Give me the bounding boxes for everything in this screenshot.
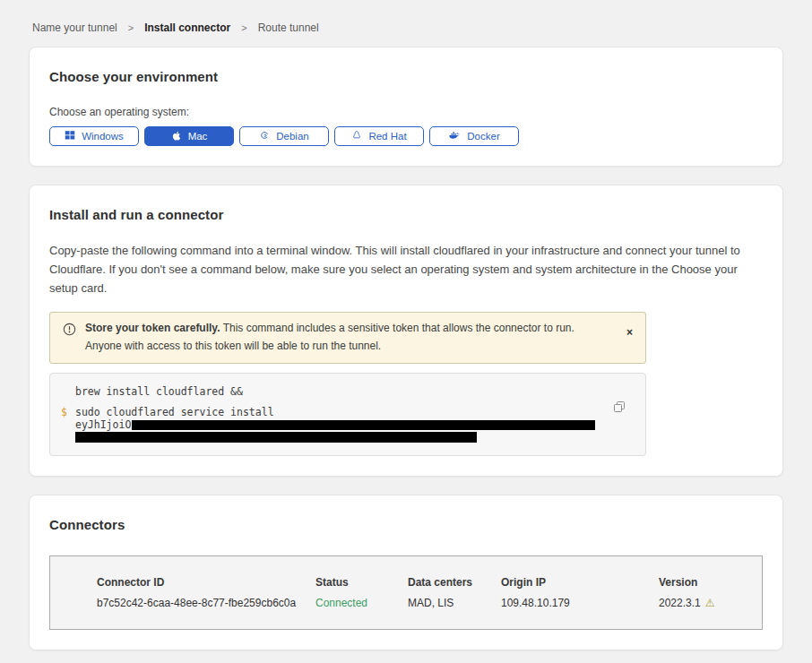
code-line-token bbox=[50, 431, 645, 443]
connectors-card: Connectors Connector ID Status Data cent… bbox=[29, 495, 783, 650]
connectors-table: Connector ID Status Data centers Origin … bbox=[49, 555, 763, 630]
os-button-docker[interactable]: Docker bbox=[429, 126, 519, 146]
copy-icon[interactable] bbox=[613, 400, 626, 413]
code-line: brew install cloudflared && bbox=[50, 384, 645, 400]
os-button-windows[interactable]: Windows bbox=[49, 126, 139, 146]
col-header-connector-id: Connector ID bbox=[97, 576, 315, 589]
install-card: Install and run a connector Copy-paste t… bbox=[29, 185, 783, 477]
os-button-label: Docker bbox=[467, 131, 499, 142]
environment-card: Choose your environment Choose an operat… bbox=[29, 47, 783, 167]
os-button-debian[interactable]: Debian bbox=[239, 126, 329, 146]
os-button-mac[interactable]: Mac bbox=[144, 126, 234, 146]
version-value: 2022.3.1 ⚠ bbox=[659, 597, 747, 609]
breadcrumb-item-install-connector[interactable]: Install connector bbox=[144, 22, 230, 34]
redaction-bar bbox=[132, 420, 595, 430]
warning-bold-text: Store your token carefully. bbox=[85, 322, 220, 334]
os-button-label: Debian bbox=[276, 131, 308, 142]
breadcrumb-item-name-your-tunnel[interactable]: Name your tunnel bbox=[32, 22, 117, 34]
warning-triangle-icon: ⚠ bbox=[705, 598, 715, 608]
warning-text: Store your token carefully. This command… bbox=[85, 320, 612, 354]
col-header-version: Version bbox=[659, 576, 747, 589]
token-prefix: eyJhIjoiO bbox=[75, 419, 131, 431]
install-card-title: Install and run a connector bbox=[49, 207, 763, 222]
install-description: Copy-paste the following command into a … bbox=[49, 242, 763, 297]
close-icon[interactable]: × bbox=[621, 320, 635, 338]
code-line-token: eyJhIjoiO bbox=[50, 419, 645, 431]
os-button-label: Mac bbox=[188, 131, 208, 142]
shell-prompt: $ bbox=[61, 407, 75, 418]
alert-circle-icon bbox=[63, 323, 76, 336]
code-line-brew: brew install cloudflared && bbox=[75, 384, 243, 400]
connectors-card-title: Connectors bbox=[49, 517, 763, 532]
environment-card-title: Choose your environment bbox=[49, 69, 763, 84]
breadcrumb-separator: > bbox=[241, 22, 246, 33]
redhat-icon bbox=[351, 130, 362, 142]
breadcrumb-item-route-tunnel[interactable]: Route tunnel bbox=[258, 22, 319, 34]
code-line: $ sudo cloudflared service install bbox=[50, 407, 645, 418]
debian-icon bbox=[259, 130, 270, 142]
breadcrumb: Name your tunnel > Install connector > R… bbox=[29, 0, 783, 47]
table-header-row: Connector ID Status Data centers Origin … bbox=[50, 556, 762, 589]
data-centers-value: MAD, LIS bbox=[408, 597, 501, 609]
page: Name your tunnel > Install connector > R… bbox=[0, 0, 812, 663]
table-row: b7c52c42-6caa-48ee-8c77-fbe259cb6c0a Con… bbox=[50, 589, 762, 629]
os-button-label: Red Hat bbox=[368, 131, 406, 142]
col-header-data-centers: Data centers bbox=[408, 576, 501, 589]
version-number: 2022.3.1 bbox=[659, 597, 701, 609]
apple-icon bbox=[171, 130, 182, 143]
os-button-group: Windows Mac Debian Red Hat bbox=[49, 126, 763, 146]
origin-ip-value: 109.48.10.179 bbox=[501, 597, 659, 609]
install-command-codeblock: brew install cloudflared && $ sudo cloud… bbox=[49, 373, 646, 456]
docker-icon bbox=[448, 130, 461, 142]
col-header-origin-ip: Origin IP bbox=[501, 576, 659, 589]
token-warning-banner: Store your token carefully. This command… bbox=[49, 312, 646, 363]
redaction-bar bbox=[75, 432, 477, 443]
os-button-label: Windows bbox=[82, 131, 124, 142]
os-select-label: Choose an operating system: bbox=[49, 106, 763, 118]
col-header-status: Status bbox=[315, 576, 408, 589]
status-badge: Connected bbox=[315, 597, 408, 609]
breadcrumb-separator: > bbox=[128, 22, 134, 33]
windows-icon bbox=[65, 130, 75, 142]
os-button-redhat[interactable]: Red Hat bbox=[334, 126, 424, 146]
connector-id-value: b7c52c42-6caa-48ee-8c77-fbe259cb6c0a bbox=[97, 597, 315, 609]
code-line-install: sudo cloudflared service install bbox=[75, 407, 274, 418]
